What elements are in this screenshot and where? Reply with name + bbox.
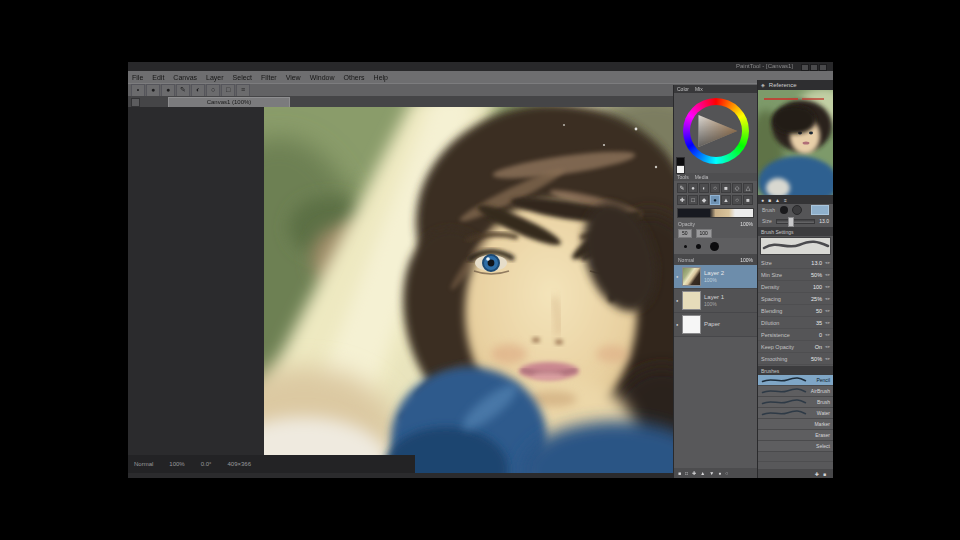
- param-stepper[interactable]: ◄►: [824, 296, 830, 301]
- brush-size-value[interactable]: 13.0: [819, 218, 829, 224]
- layer-action-icon[interactable]: ▲: [700, 470, 705, 476]
- color-mix-gradient[interactable]: [677, 208, 754, 218]
- layer-action-icon[interactable]: ●: [718, 470, 721, 476]
- brush-param-row[interactable]: Keep Opacity On ◄►: [758, 341, 833, 353]
- canvas-painting[interactable]: [264, 107, 673, 473]
- delete-brush-icon[interactable]: ■: [823, 471, 826, 477]
- brush-size-slider-knob[interactable]: [788, 217, 794, 227]
- toolbar-icon[interactable]: ●: [161, 84, 175, 97]
- tool-icon[interactable]: ◐: [699, 183, 709, 193]
- reference-tool-icon[interactable]: ●: [761, 197, 764, 203]
- layer-opacity-value[interactable]: 100%: [740, 257, 753, 263]
- brush-item[interactable]: AirBrush: [758, 386, 833, 397]
- param-stepper[interactable]: ◄►: [824, 344, 830, 349]
- param-stepper[interactable]: ◄►: [824, 284, 830, 289]
- opacity-value[interactable]: 100%: [740, 221, 753, 227]
- menu-item[interactable]: Layer: [206, 74, 224, 81]
- layer-action-icon[interactable]: ○: [725, 470, 728, 476]
- brush-param-row[interactable]: Dilution 35 ◄►: [758, 317, 833, 329]
- brush-param-row[interactable]: Min Size 50% ◄►: [758, 269, 833, 281]
- menu-item[interactable]: Window: [310, 74, 335, 81]
- param-stepper[interactable]: ◄►: [824, 260, 830, 265]
- menu-item[interactable]: Canvas: [173, 74, 197, 81]
- brush-param-row[interactable]: Blending 50 ◄►: [758, 305, 833, 317]
- brush-item[interactable]: Eraser: [758, 430, 833, 441]
- menu-item[interactable]: Select: [233, 74, 252, 81]
- brush-list-header[interactable]: Brushes: [758, 366, 833, 375]
- layer-row[interactable]: ● Layer 1 100%: [674, 289, 757, 313]
- maximize-button[interactable]: [810, 64, 818, 71]
- tool-icon[interactable]: ✎: [677, 183, 687, 193]
- param-stepper[interactable]: ◄►: [824, 308, 830, 313]
- brush-param-row[interactable]: Density 100 ◄►: [758, 281, 833, 293]
- brush-size-dot[interactable]: [684, 245, 687, 248]
- toolbar-icon[interactable]: ≡: [236, 84, 250, 97]
- tool-icon[interactable]: ✚: [677, 195, 687, 205]
- blend-mode-select[interactable]: Normal: [678, 257, 694, 263]
- toolbar-icon[interactable]: ○: [206, 84, 220, 97]
- value-chip[interactable]: 50: [678, 229, 692, 238]
- secondary-color-swatch[interactable]: [676, 165, 685, 174]
- toolbar-icon[interactable]: •: [131, 84, 145, 97]
- menu-item[interactable]: File: [132, 74, 143, 81]
- layer-action-icon[interactable]: ■: [678, 470, 681, 476]
- brush-param-row[interactable]: Spacing 25% ◄►: [758, 293, 833, 305]
- brush-param-row[interactable]: Smoothing 50% ◄►: [758, 353, 833, 365]
- tool-icon[interactable]: ■: [721, 183, 731, 193]
- tab-list-icon[interactable]: [131, 98, 140, 107]
- brush-size-dot[interactable]: [696, 244, 701, 249]
- brush-tip-soft-icon[interactable]: [792, 205, 802, 215]
- minimize-button[interactable]: [801, 64, 809, 71]
- tool-icon[interactable]: ▲: [721, 195, 731, 205]
- tool-icon[interactable]: ●: [688, 183, 698, 193]
- reference-tool-icon[interactable]: ■: [768, 197, 771, 203]
- tool-icon[interactable]: △: [743, 183, 753, 193]
- tool-icon[interactable]: ◇: [732, 183, 742, 193]
- layer-action-icon[interactable]: □: [685, 470, 688, 476]
- reference-panel-header[interactable]: ◈ Reference: [758, 80, 833, 90]
- brush-param-row[interactable]: Persistence 0 ◄►: [758, 329, 833, 341]
- color-panel-tab[interactable]: Mix: [695, 86, 703, 92]
- toolbar-icon[interactable]: □: [221, 84, 235, 97]
- close-button[interactable]: [819, 64, 827, 71]
- brush-mode-button[interactable]: [811, 205, 829, 215]
- brush-size-dot[interactable]: [710, 242, 719, 251]
- title-bar[interactable]: PaintTool - [Canvas1]: [128, 62, 833, 71]
- layer-row[interactable]: ● Layer 2 100%: [674, 265, 757, 289]
- brush-item[interactable]: Brush: [758, 397, 833, 408]
- menu-item[interactable]: Help: [374, 74, 388, 81]
- param-stepper[interactable]: ◄►: [824, 332, 830, 337]
- value-chip[interactable]: 100: [696, 229, 712, 238]
- brush-item[interactable]: Select: [758, 441, 833, 452]
- param-stepper[interactable]: ◄►: [824, 320, 830, 325]
- layer-action-icon[interactable]: ▼: [709, 470, 714, 476]
- reference-tool-icon[interactable]: ≡: [784, 197, 787, 203]
- tool-icon[interactable]: ◆: [699, 195, 709, 205]
- brush-item[interactable]: Water: [758, 408, 833, 419]
- reference-photo[interactable]: [758, 90, 833, 195]
- tool-icon[interactable]: □: [688, 195, 698, 205]
- tool-icon[interactable]: ■: [743, 195, 753, 205]
- brush-size-slider[interactable]: [776, 219, 816, 224]
- brush-item[interactable]: Pencil: [758, 375, 833, 386]
- toolbar-icon[interactable]: ◐: [191, 84, 205, 97]
- menu-item[interactable]: Filter: [261, 74, 277, 81]
- layer-row[interactable]: ● Paper: [674, 313, 757, 337]
- brush-param-row[interactable]: Size 13.0 ◄►: [758, 257, 833, 269]
- menu-item[interactable]: Others: [344, 74, 365, 81]
- layer-action-icon[interactable]: ✚: [692, 470, 696, 476]
- menu-item[interactable]: View: [286, 74, 301, 81]
- param-stepper[interactable]: ◄►: [824, 272, 830, 277]
- brush-tip-hard-icon[interactable]: [780, 206, 788, 214]
- reference-tool-icon[interactable]: ▲: [775, 197, 780, 203]
- add-brush-icon[interactable]: ✚: [815, 471, 819, 477]
- param-stepper[interactable]: ◄►: [824, 356, 830, 361]
- tool-icon[interactable]: ●: [710, 195, 720, 205]
- tool-icon[interactable]: ○: [710, 183, 720, 193]
- tool-icon[interactable]: ○: [732, 195, 742, 205]
- toolbar-icon[interactable]: ●: [146, 84, 160, 97]
- brush-item[interactable]: Marker: [758, 419, 833, 430]
- menu-item[interactable]: Edit: [152, 74, 164, 81]
- color-panel-tab[interactable]: Color: [677, 86, 689, 92]
- brush-settings-header[interactable]: Brush Settings: [758, 227, 833, 236]
